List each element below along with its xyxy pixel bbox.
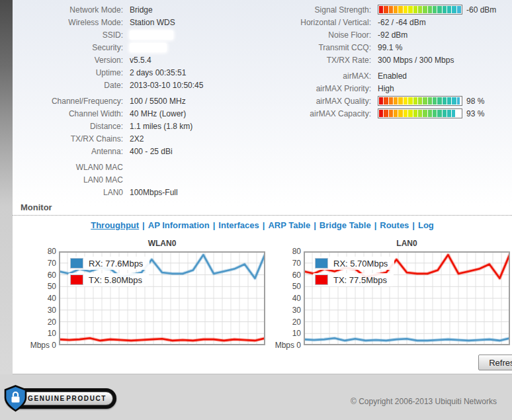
tab-routes[interactable]: Routes bbox=[380, 220, 409, 230]
wlan0-chart: WLAN08070605040302010Mbps 0RX: 77.6MbpsT… bbox=[15, 251, 267, 357]
bar-segment bbox=[447, 6, 451, 13]
y-axis-tick-label: 30 bbox=[260, 306, 301, 315]
bar-segment bbox=[408, 110, 412, 117]
airos-status-page: Network Mode:BridgeWireless Mode:Station… bbox=[0, 0, 512, 420]
status-label: LAN0 MAC bbox=[13, 175, 123, 185]
tab-throughput[interactable]: Throughput bbox=[91, 220, 139, 230]
bar-segment bbox=[398, 110, 402, 117]
tab-log[interactable]: Log bbox=[418, 220, 434, 230]
tab-interfaces[interactable]: Interfaces bbox=[218, 220, 259, 230]
chart-legend: RX: 77.6MbpsTX: 5.80Mbps bbox=[68, 257, 149, 290]
legend-label: TX: 77.5Mbps bbox=[333, 275, 387, 285]
chart-title: WLAN0 bbox=[59, 239, 265, 248]
legend-label: RX: 77.6Mbps bbox=[89, 259, 143, 269]
status-label: Antenna: bbox=[13, 147, 123, 156]
status-label: airMAX Quality: bbox=[290, 97, 371, 106]
monitor-section-title: Monitor bbox=[13, 202, 512, 216]
chart-legend: RX: 5.70MbpsTX: 77.5Mbps bbox=[313, 257, 394, 290]
bar-segment bbox=[389, 110, 393, 117]
status-label: Channel/Frequency: bbox=[13, 97, 123, 106]
status-content-panel: Network Mode:BridgeWireless Mode:Station… bbox=[13, 0, 512, 374]
y-axis-tick-label: 70 bbox=[260, 259, 301, 268]
status-right-column: Signal Strength:-60 dBmHorizontal / Vert… bbox=[290, 3, 512, 198]
legend-item: TX: 5.80Mbps bbox=[68, 273, 149, 286]
bar-segment bbox=[457, 6, 461, 13]
bar-segment bbox=[452, 97, 456, 105]
status-label: Signal Strength: bbox=[290, 5, 371, 15]
status-value: 98 % bbox=[466, 97, 484, 106]
y-axis-tick-label: Mbps 0 bbox=[260, 341, 301, 350]
status-value: 1.1 miles (1.8 km) bbox=[130, 122, 192, 131]
bar-segment bbox=[413, 97, 417, 105]
y-axis-tick-label: 80 bbox=[260, 247, 301, 256]
legend-swatch bbox=[70, 258, 83, 269]
status-value: Enabled bbox=[378, 71, 407, 81]
badge-product-label: PRODUCT bbox=[66, 395, 107, 402]
bar-empty-portion bbox=[455, 110, 461, 117]
y-axis-tick-label: 50 bbox=[260, 282, 301, 291]
bar-segment bbox=[433, 6, 437, 13]
y-axis-tick-label: 10 bbox=[260, 329, 301, 338]
status-label: Network Mode: bbox=[13, 5, 123, 15]
bar-segment bbox=[443, 6, 447, 13]
tab-arp-table[interactable]: ARP Table bbox=[268, 220, 310, 230]
bar-segment bbox=[437, 97, 441, 105]
lan0-chart: LAN08070605040302010Mbps 0RX: 5.70MbpsTX… bbox=[260, 251, 511, 357]
refresh-button[interactable]: Refresh bbox=[478, 355, 512, 370]
tab-separator: | bbox=[314, 220, 316, 230]
y-axis-tick-label: 20 bbox=[260, 317, 301, 327]
status-label: TX/RX Rate: bbox=[290, 56, 371, 65]
status-row: airMAX:Enabled bbox=[290, 69, 512, 82]
status-label: airMAX Capacity: bbox=[290, 109, 371, 118]
legend-label: RX: 5.70Mbps bbox=[333, 259, 388, 269]
y-axis-tick-label: 40 bbox=[15, 294, 56, 303]
bar-segment bbox=[428, 6, 432, 13]
bar-segment bbox=[394, 97, 398, 105]
status-row: Signal Strength:-60 dBm bbox=[290, 3, 512, 16]
bar-segment bbox=[433, 110, 437, 117]
bar-segment bbox=[452, 6, 456, 13]
legend-label: TX: 5.80Mbps bbox=[89, 275, 142, 285]
bar-segment bbox=[418, 110, 422, 117]
status-row: Date:2013-03-10 10:50:45 bbox=[13, 79, 290, 91]
status-value: High bbox=[378, 84, 394, 93]
status-label: LAN0 bbox=[13, 188, 123, 197]
bar-segment bbox=[394, 110, 398, 117]
bar-segment bbox=[398, 6, 402, 13]
bar-segment bbox=[408, 97, 412, 105]
tab-separator: | bbox=[213, 220, 216, 230]
status-value: Bridge bbox=[130, 5, 153, 15]
status-row: Network Mode:Bridge bbox=[13, 3, 290, 16]
status-row: Channel Width:40 MHz (Lower) bbox=[13, 107, 290, 120]
status-row: TX/RX Chains:2X2 bbox=[13, 132, 290, 145]
tab-separator: | bbox=[412, 220, 415, 230]
bar-segment bbox=[389, 6, 393, 13]
bar-segment bbox=[394, 6, 398, 13]
status-row: WLAN0 MAC bbox=[13, 161, 290, 173]
bar-segment bbox=[404, 6, 407, 13]
tab-ap-information[interactable]: AP Information bbox=[148, 220, 210, 230]
status-label: Wireless Mode: bbox=[13, 18, 123, 27]
bar-segment bbox=[408, 6, 412, 13]
bar-segment bbox=[404, 97, 407, 105]
bar-segment bbox=[443, 97, 447, 105]
status-value: 2013-03-10 10:50:45 bbox=[130, 81, 203, 90]
page-footer: GENUINE PRODUCT © Copyright 2006-2013 Ub… bbox=[0, 374, 512, 420]
monitor-tab-bar: Throughput|AP Information|Interfaces|ARP… bbox=[13, 220, 512, 230]
status-value: 40 MHz (Lower) bbox=[130, 109, 186, 118]
status-value: 2X2 bbox=[130, 134, 144, 144]
y-axis-tick-label: 10 bbox=[15, 329, 56, 338]
status-row: airMAX Capacity:93 % bbox=[290, 107, 512, 120]
status-row: LAN0100Mbps-Full bbox=[13, 186, 290, 198]
tab-bridge-table[interactable]: Bridge Table bbox=[320, 220, 371, 230]
y-axis-tick-label: 60 bbox=[15, 271, 56, 280]
status-label: Uptime: bbox=[13, 68, 123, 77]
status-row: Security: bbox=[13, 41, 290, 54]
signal-level-bar-segments bbox=[379, 97, 461, 105]
legend-swatch bbox=[315, 258, 328, 269]
tab-separator: | bbox=[263, 220, 265, 230]
y-axis-tick-label: 50 bbox=[15, 282, 56, 291]
status-row: Noise Floor:-92 dBm bbox=[290, 28, 512, 41]
bar-segment bbox=[384, 110, 388, 117]
status-label: airMAX: bbox=[290, 71, 371, 81]
